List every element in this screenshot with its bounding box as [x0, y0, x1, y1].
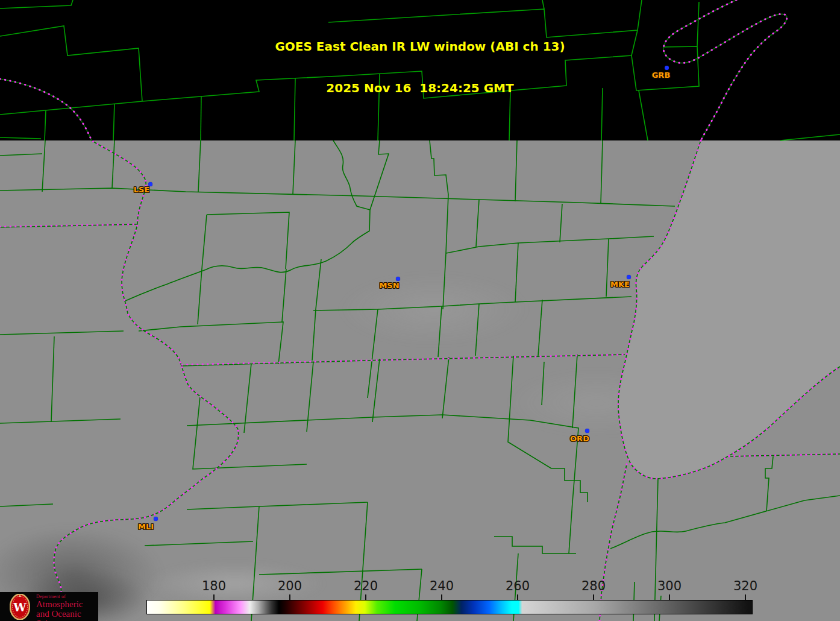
station-label: MSN — [379, 281, 399, 290]
tick-mark — [441, 594, 442, 600]
tick-label: 200 — [278, 579, 302, 593]
logo-line-1: Atmospheric — [36, 599, 98, 609]
satellite-image-viewport: GOES East Clean IR LW window (ABI ch 13)… — [0, 0, 840, 621]
title-line-2: 2025 Nov 16 18:24:25 GMT — [0, 81, 840, 95]
image-title: GOES East Clean IR LW window (ABI ch 13)… — [0, 12, 840, 123]
station-label: LSE — [134, 185, 150, 194]
tick-mark — [669, 594, 670, 600]
station-label: MLI — [138, 522, 154, 531]
temperature-colorbar — [146, 600, 753, 614]
lake-michigan-surface — [618, 140, 840, 479]
tick-label: 280 — [581, 579, 606, 593]
uw-aos-logo: W Department of Atmospheric and Oceanic … — [0, 592, 98, 621]
svg-text:W: W — [13, 601, 27, 614]
station-label: ORD — [570, 434, 589, 443]
tick-mark — [365, 594, 366, 600]
station-dot — [627, 275, 631, 279]
tick-mark — [213, 594, 215, 600]
station-label: GRB — [652, 71, 671, 80]
title-line-1: GOES East Clean IR LW window (ABI ch 13) — [0, 40, 840, 54]
logo-dept-line: Department of — [36, 594, 98, 599]
station-label: MKE — [610, 280, 630, 289]
tick-label: 240 — [430, 579, 454, 593]
tick-mark — [593, 594, 594, 600]
tick-mark — [745, 594, 746, 600]
tick-label: 220 — [354, 579, 378, 593]
logo-text: Department of Atmospheric and Oceanic Sc… — [36, 594, 98, 621]
tick-label: 320 — [733, 579, 757, 593]
tick-label: 180 — [202, 579, 226, 593]
tick-mark — [289, 594, 290, 600]
station-dot — [585, 429, 589, 433]
tick-mark — [517, 594, 518, 600]
tick-label: 300 — [657, 579, 682, 593]
tick-label: 260 — [506, 579, 530, 593]
station-dot — [665, 66, 669, 70]
logo-line-2: and Oceanic Sciences — [36, 609, 98, 621]
uw-crest-icon: W — [10, 594, 30, 620]
station-dot — [154, 517, 158, 521]
